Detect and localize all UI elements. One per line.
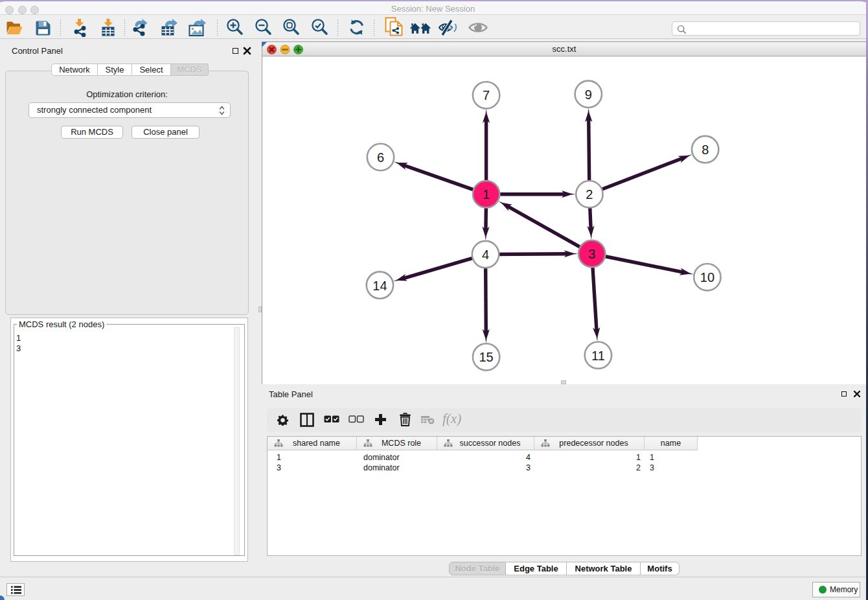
svg-text:9: 9 — [585, 87, 592, 102]
svg-text:10: 10 — [700, 270, 714, 284]
svg-text:6: 6 — [377, 150, 384, 165]
svg-text:4: 4 — [482, 248, 489, 262]
svg-text:2: 2 — [586, 187, 593, 202]
svg-text:1: 1 — [483, 187, 490, 202]
svg-text:14: 14 — [372, 279, 387, 293]
svg-text:7: 7 — [483, 88, 490, 102]
svg-text:15: 15 — [479, 350, 493, 364]
svg-text:3: 3 — [588, 247, 595, 261]
svg-text:11: 11 — [591, 349, 605, 363]
svg-text:8: 8 — [702, 143, 709, 157]
